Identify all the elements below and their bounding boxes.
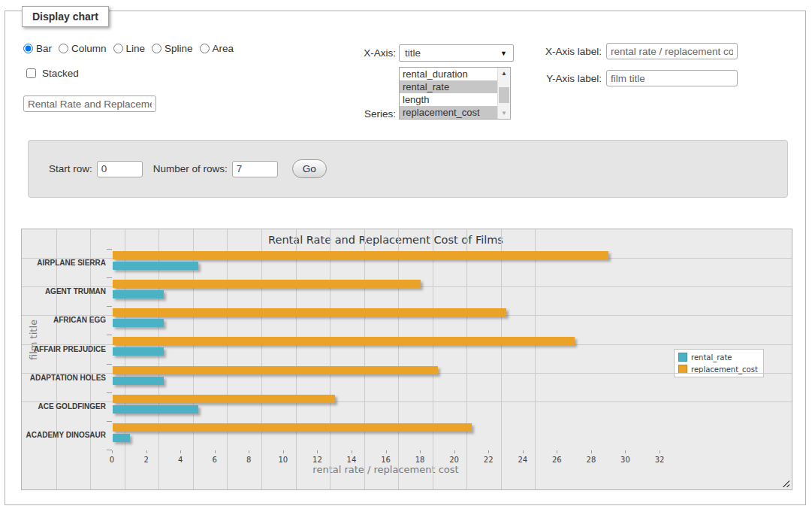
radio-line[interactable] — [113, 44, 123, 53]
chart-canvas: Rental Rate and Replacement Cost of Film… — [22, 229, 792, 489]
x-tick-label: 12 — [306, 456, 328, 464]
fieldset-legend: Display chart — [22, 6, 109, 27]
x-tick-label: 0 — [101, 456, 123, 464]
x-axis-label-input[interactable] — [606, 43, 738, 59]
bar-rental_rate[interactable] — [113, 319, 164, 327]
chart-type-option-bar[interactable]: Bar — [23, 43, 52, 54]
bar-rental_rate[interactable] — [113, 434, 130, 442]
x-axis-tick — [352, 450, 352, 453]
radio-label: Column — [71, 43, 107, 54]
gridline-vertical — [261, 229, 262, 489]
category-label: ACADEMY DINOSAUR — [22, 431, 106, 439]
radio-label: Bar — [36, 43, 52, 54]
category-label: ADAPTATION HOLES — [22, 374, 106, 382]
bar-replacement_cost[interactable] — [113, 366, 438, 374]
radio-label: Spline — [165, 43, 193, 54]
radio-bar[interactable] — [23, 44, 33, 53]
series-listbox[interactable]: rental_durationrental_ratelengthreplacem… — [399, 67, 511, 120]
radio-area[interactable] — [200, 44, 210, 53]
x-tick-label: 8 — [237, 456, 260, 464]
x-axis-label-label: X-Axis label: — [497, 43, 602, 60]
scrollbar-thumb[interactable] — [499, 87, 509, 103]
x-tick-label: 14 — [340, 456, 363, 464]
stacked-row: Stacked — [23, 66, 79, 80]
category-label: AFRICAN EGG — [22, 316, 106, 324]
bar-replacement_cost[interactable] — [113, 251, 608, 259]
x-axis-tick — [180, 450, 181, 453]
chart-type-option-column[interactable]: Column — [59, 43, 107, 54]
bar-replacement_cost[interactable] — [113, 395, 335, 403]
x-tick-label: 22 — [477, 456, 500, 464]
bar-replacement_cost[interactable] — [113, 308, 506, 317]
chart-type-option-area[interactable]: Area — [200, 43, 234, 54]
chart-type-option-line[interactable]: Line — [113, 43, 146, 54]
bar-rental_rate[interactable] — [113, 290, 164, 298]
start-row-input[interactable] — [97, 161, 143, 177]
go-button[interactable]: Go — [292, 159, 327, 178]
x-axis-tick — [317, 450, 318, 453]
bar-rental_rate[interactable] — [113, 347, 164, 356]
category-label: AFFAIR PREJUDICE — [22, 345, 106, 353]
resize-grip-icon[interactable] — [780, 478, 789, 487]
x-tick-label: 16 — [375, 456, 397, 464]
x-tick-label: 26 — [545, 456, 568, 464]
page: { "panel": { "legend": "Display chart" }… — [0, 0, 812, 512]
y-axis-tick — [107, 392, 112, 393]
x-tick-label: 6 — [204, 456, 226, 464]
radio-label: Line — [126, 43, 146, 54]
legend-label: rental_rate — [691, 353, 732, 362]
y-axis-tick — [107, 306, 112, 307]
bar-rental_rate[interactable] — [113, 262, 198, 270]
y-axis-label-input[interactable] — [606, 70, 738, 86]
category-label: AGENT TRUMAN — [22, 287, 106, 295]
bar-replacement_cost[interactable] — [113, 280, 421, 288]
chart-type-option-spline[interactable]: Spline — [152, 43, 193, 54]
x-axis-tick — [420, 450, 421, 453]
radio-spline[interactable] — [152, 44, 161, 53]
y-axis-title: film title — [28, 320, 39, 360]
gridline-vertical — [296, 229, 297, 489]
chart-title-input[interactable] — [23, 95, 156, 112]
gridline-vertical — [364, 229, 365, 489]
series-option-replacement_cost[interactable]: replacement_cost — [400, 106, 497, 119]
x-axis-tick — [557, 450, 557, 453]
gridline-vertical — [535, 229, 536, 489]
chart-type-group: BarColumnLineSplineArea — [23, 43, 234, 54]
series-option-rental_duration[interactable]: rental_duration — [400, 68, 497, 80]
radio-label: Area — [213, 43, 234, 54]
x-axis-tick — [112, 450, 113, 453]
radio-column[interactable] — [59, 44, 68, 53]
display-chart-fieldset: Display chart BarColumnLineSplineArea St… — [5, 11, 806, 505]
x-tick-label: 24 — [512, 456, 534, 464]
y-axis-tick — [107, 364, 112, 365]
x-axis-tick — [283, 450, 284, 453]
start-row-label: Start row: — [49, 163, 92, 174]
gridline-vertical — [433, 229, 433, 489]
x-axis-tick — [625, 450, 626, 453]
series-option-rental_rate[interactable]: rental_rate — [400, 80, 497, 93]
chart-panel: Rental Rate and Replacement Cost of Film… — [21, 229, 792, 490]
legend-item: rental_rate — [678, 353, 758, 362]
x-axis-tick — [660, 450, 660, 453]
x-axis-selected-value: title — [405, 45, 421, 61]
gridline-vertical — [90, 229, 91, 489]
x-axis-tick — [591, 450, 592, 453]
series-option-length[interactable]: length — [400, 93, 497, 106]
x-axis-tick — [454, 450, 455, 453]
scroll-down-icon[interactable]: ▼ — [498, 108, 510, 119]
gridline-vertical — [56, 229, 57, 489]
stacked-checkbox[interactable] — [26, 68, 36, 78]
bar-replacement_cost[interactable] — [113, 423, 472, 432]
bar-rental_rate[interactable] — [113, 405, 198, 414]
gridline-vertical — [466, 229, 467, 489]
num-rows-input[interactable] — [232, 161, 278, 177]
x-axis-tick — [146, 450, 147, 453]
num-rows-label: Number of rows: — [153, 163, 228, 174]
x-axis-tick — [488, 450, 489, 453]
x-axis-title: rental rate / replacement cost — [112, 464, 660, 475]
x-axis-tick — [249, 450, 249, 453]
bar-replacement_cost[interactable] — [113, 337, 575, 345]
bar-rental_rate[interactable] — [113, 377, 164, 385]
y-axis-tick — [107, 335, 112, 335]
x-axis-select-label: X-Axis: — [291, 44, 396, 62]
